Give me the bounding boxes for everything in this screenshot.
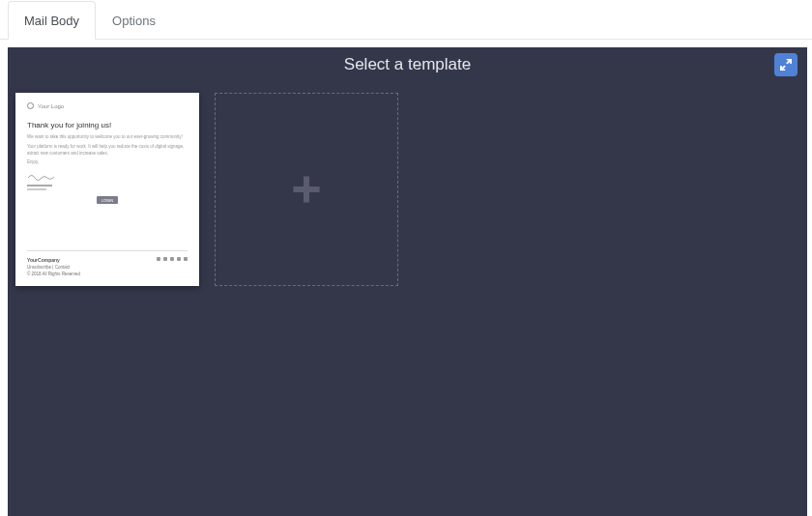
tab-bar: Mail Body Options [0,0,812,40]
templates-list: Your Logo Thank you for joining us! We w… [8,81,807,298]
signature-name [27,185,52,186]
template-thumbnail[interactable]: Your Logo Thank you for joining us! We w… [15,93,199,286]
footer-social-icons [157,257,188,261]
template-heading: Thank you for joining us! [27,121,188,129]
tab-mail-body-label: Mail Body [24,14,79,28]
footer-company: YourCompany [27,257,80,263]
template-logo-text: Your Logo [38,103,64,109]
social-icon [177,257,181,261]
template-selector-panel: Select a template Your Logo Thank you fo… [8,47,807,516]
panel-toolbar: Select a template [8,47,807,81]
template-signature [27,172,188,190]
panel-title: Select a template [344,55,471,74]
signature-title [27,188,46,190]
template-logo: Your Logo [27,102,188,109]
social-icon [184,257,188,261]
template-footer: YourCompany Unsubscribe | Contact © 2018… [27,250,188,276]
template-body-line1: We want to take this opportunity to welc… [27,134,188,141]
social-icon [157,257,160,261]
template-cta-label: LOGIN [102,198,113,203]
expand-icon [778,57,794,72]
template-closing: Enjoy, [27,159,188,166]
tab-options[interactable]: Options [96,1,172,40]
template-cta-button: LOGIN [97,196,118,204]
tab-options-label: Options [112,14,156,28]
footer-links: Unsubscribe | Contact [27,265,80,270]
signature-icon [27,172,56,182]
social-icon [163,257,167,261]
plus-icon [289,172,324,207]
social-icon [170,257,174,261]
logo-mark-icon [27,102,34,109]
template-body-line2: Your platform is ready for work. It will… [27,144,188,158]
expand-button[interactable] [774,53,798,76]
new-template-button[interactable] [215,93,398,286]
footer-copyright: © 2018 All Rights Reserved [27,272,80,276]
tab-mail-body[interactable]: Mail Body [8,1,96,40]
